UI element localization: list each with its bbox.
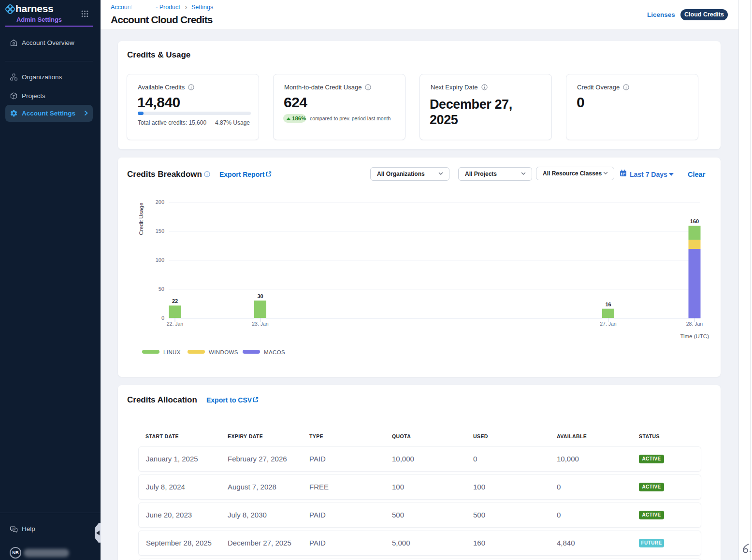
svg-text:100: 100 [156,257,164,263]
svg-text:200: 200 [156,199,164,205]
svg-text:22. Jan: 22. Jan [167,321,184,327]
svg-text:30: 30 [257,293,263,299]
svg-text:160: 160 [690,218,699,224]
svg-text:50: 50 [159,286,164,292]
svg-text:Credit Usage: Credit Usage [138,202,144,235]
svg-text:28. Jan: 28. Jan [686,321,703,327]
svg-text:0: 0 [161,315,164,321]
svg-text:22: 22 [172,298,178,304]
svg-text:Time (UTC): Time (UTC) [680,333,709,339]
svg-text:27. Jan: 27. Jan [600,321,617,327]
svg-text:?: ? [12,527,14,530]
svg-text:16: 16 [605,302,611,307]
svg-text:23. Jan: 23. Jan [252,321,269,327]
svg-text:150: 150 [156,228,164,234]
